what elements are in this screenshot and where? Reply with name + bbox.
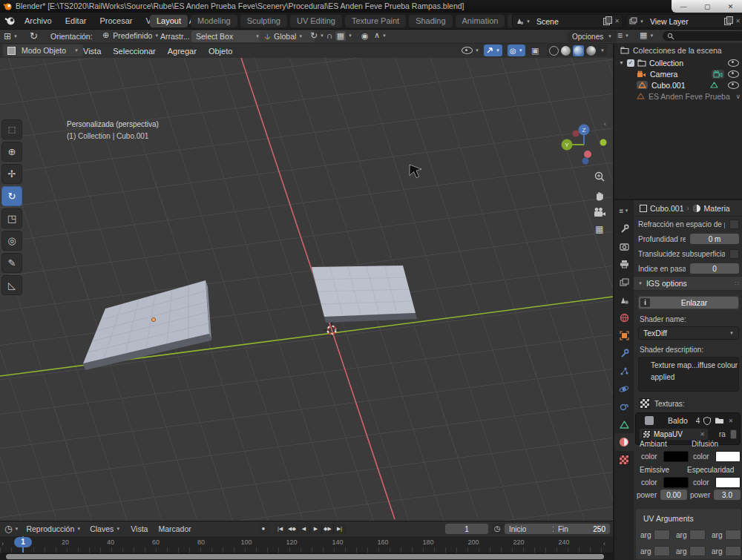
fake-user-shield-icon[interactable] — [703, 417, 711, 425]
jump-end-button[interactable]: ▶| — [334, 524, 346, 534]
open-folder-icon[interactable] — [715, 417, 724, 424]
tab-world[interactable] — [615, 309, 633, 326]
igs-options-header[interactable]: ▼ IGS options ∷ — [634, 276, 742, 291]
jump-start-button[interactable]: |◀ — [275, 524, 286, 534]
profundidad-slider[interactable]: 0 m — [690, 234, 739, 244]
proportional-edit-icon[interactable]: ◉ — [361, 31, 369, 41]
gizmo-toggle[interactable]: ▼ — [484, 45, 502, 56]
new-scene-icon[interactable] — [603, 18, 610, 25]
next-keyframe-button[interactable]: ◆▶ — [322, 524, 334, 534]
menu-marcador[interactable]: Marcador — [158, 524, 191, 533]
timeline-scrollbar[interactable] — [6, 554, 604, 559]
indice-slider[interactable]: 0 — [690, 263, 739, 274]
record-button[interactable]: ● — [257, 524, 269, 534]
blender-menu-logo-icon[interactable] — [4, 16, 16, 26]
pan-view-icon[interactable] — [594, 189, 605, 201]
outliner-row-collection[interactable]: ▼ ✓ Collection — [614, 57, 742, 68]
inicio-field[interactable]: Inicio 1 — [505, 524, 561, 534]
especularidad-color-swatch[interactable] — [715, 477, 741, 488]
shading-solid-button[interactable] — [561, 46, 571, 56]
tool-select-box[interactable]: ⬚ — [1, 119, 22, 139]
outliner-display-mode-dropdown[interactable]: ▦ ▼ — [640, 30, 654, 40]
view-layer-selector[interactable]: ▼ View Layer ✕ — [626, 14, 742, 28]
falloff-dropdown[interactable]: ∧ ▼ — [374, 30, 387, 40]
tab-particles[interactable] — [615, 362, 633, 380]
minimize-button[interactable]: — — [680, 3, 687, 10]
use-preview-range-button[interactable]: ◷ — [491, 524, 503, 534]
shading-rendered-button[interactable] — [586, 46, 596, 56]
uv-arg-field[interactable] — [654, 530, 670, 540]
visibility-dropdown[interactable]: ▼ — [462, 47, 479, 54]
outliner-row-cubo[interactable]: Cubo.001 — [614, 79, 742, 90]
tool-settings-selector[interactable]: ⊞ ▼ — [4, 30, 18, 42]
snap-controls[interactable]: ∩ ▦ ▼ — [326, 30, 352, 41]
tool-rotate[interactable]: ↻ — [1, 186, 22, 206]
uv-arg-field[interactable] — [689, 530, 706, 540]
xray-toggle[interactable]: ▣ — [531, 46, 539, 56]
opciones-dropdown[interactable]: Opciones ▼ — [568, 30, 617, 42]
outliner-row-camera[interactable]: Camera — [614, 68, 742, 79]
tab-tool[interactable] — [615, 220, 633, 237]
fin-field[interactable]: Fin 250 — [554, 524, 610, 534]
menu-archivo[interactable]: Archivo — [18, 13, 59, 29]
breadcrumb-material[interactable]: Materia — [704, 204, 730, 213]
especularidad-power-field[interactable]: 3.0 — [714, 490, 741, 500]
workspace-tab-uv-editing[interactable]: UV Editing — [290, 15, 342, 27]
uv-map-field[interactable]: MapaUV ✕ — [639, 428, 709, 441]
zoom-view-icon[interactable] — [594, 171, 605, 182]
camera-view-icon[interactable] — [593, 207, 606, 218]
playhead-badge[interactable]: 1 — [14, 537, 32, 547]
tab-object[interactable] — [615, 326, 633, 344]
outliner-filter-dropdown[interactable]: ≡ ▼ — [617, 30, 629, 41]
unlink-scene-icon[interactable]: ✕ — [614, 18, 620, 24]
menu-procesar[interactable]: Procesar — [93, 13, 139, 29]
menu-claves[interactable]: Claves▼ — [90, 524, 120, 533]
menu-agregar[interactable]: Agregar — [162, 44, 203, 59]
ambient-color-swatch[interactable] — [663, 451, 689, 462]
texture-slot-row[interactable]: Baldo 4 ✕ — [639, 416, 737, 425]
translucidez-checkbox[interactable] — [729, 249, 739, 259]
navigation-gizmo[interactable]: Z Y — [556, 119, 613, 172]
tab-object-data[interactable] — [615, 415, 633, 433]
play-reverse-button[interactable]: ◀ — [298, 524, 310, 534]
uv-arg-field[interactable] — [725, 530, 741, 540]
tool-annotate[interactable]: ✎ — [1, 253, 22, 273]
region-expand-icon[interactable]: › — [1, 540, 4, 547]
tab-output[interactable] — [615, 255, 633, 273]
camera-data-chip[interactable] — [712, 70, 724, 79]
timeline-ruler[interactable]: 20 40 60 80 100 120 140 160 180 200 220 … — [0, 536, 613, 553]
expand-icon[interactable]: ▼ — [619, 60, 624, 65]
uv-arg-field[interactable] — [689, 546, 706, 556]
menu-editar[interactable]: Editar — [59, 13, 93, 29]
region-collapse-icon[interactable]: ‹ — [603, 540, 605, 547]
eye-icon[interactable] — [728, 59, 739, 67]
predefinido-dropdown[interactable]: ⊕ Predefinido ▼ — [102, 30, 159, 40]
shade-collapse-icon[interactable]: ∨ — [735, 93, 741, 100]
menu-objeto[interactable]: Objeto — [203, 44, 238, 59]
editor-type-selector[interactable]: ≡▼ — [615, 202, 633, 220]
breadcrumb-object[interactable]: Cubo.001 — [650, 204, 684, 213]
emissive-color-swatch[interactable] — [663, 477, 689, 488]
menu-reproduccion[interactable]: Reproducción▼ — [26, 524, 81, 533]
overlays-toggle[interactable]: ◎ ▼ — [508, 45, 525, 56]
clear-uv-map-icon[interactable]: ✕ — [700, 431, 705, 438]
tool-cursor[interactable]: ⊕ — [1, 142, 22, 162]
close-texture-icon[interactable]: ✕ — [728, 418, 733, 424]
refraccion-checkbox[interactable] — [729, 220, 739, 229]
tab-render[interactable] — [615, 237, 633, 255]
emissive-power-field[interactable]: 0.00 — [660, 490, 687, 500]
remove-view-layer-icon[interactable]: ✕ — [735, 18, 741, 24]
arrastrar-dropdown[interactable]: Arrastr... — [160, 32, 190, 41]
new-view-layer-icon[interactable] — [724, 18, 731, 25]
viewport-3d[interactable]: Personalizada (perspectiva) (1) Collecti… — [0, 58, 613, 521]
collection-checkbox[interactable]: ✓ — [627, 59, 634, 67]
menu-seleccionar[interactable]: Seleccionar — [107, 44, 161, 59]
tool-move[interactable]: ✢ — [1, 164, 22, 184]
current-frame-field[interactable]: 1 — [445, 524, 488, 534]
shader-name-dropdown[interactable]: TexDiff ▼ — [638, 326, 739, 340]
ra-checkbox[interactable] — [730, 429, 737, 439]
eye-icon[interactable] — [728, 70, 739, 78]
workspace-tab-animation[interactable]: Animation — [456, 15, 505, 27]
prev-keyframe-button[interactable]: ◀◆ — [286, 524, 298, 534]
menu-vista-timeline[interactable]: Vista — [131, 524, 148, 533]
